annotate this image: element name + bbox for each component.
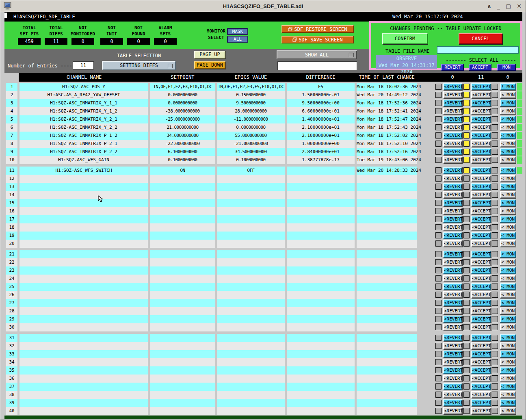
accept-button[interactable]: <ACCEPT (471, 267, 491, 274)
accept-button[interactable]: <ACCEPT (471, 391, 491, 398)
mon-checkbox[interactable] (492, 367, 498, 373)
select-all-mon-button[interactable]: MON (497, 64, 516, 71)
revert-button[interactable]: <REVERT (443, 216, 462, 223)
mon-button[interactable]: < MON (500, 375, 516, 382)
accept-checkbox[interactable] (463, 275, 470, 281)
accept-button[interactable]: <ACCEPT (471, 375, 491, 382)
table-selection-dropdown[interactable]: SETTING DIFFS (102, 61, 176, 70)
mon-button[interactable]: < MON (500, 124, 516, 131)
mon-checkbox[interactable] (492, 308, 498, 314)
accept-button[interactable]: <ACCEPT (471, 175, 491, 182)
accept-checkbox[interactable] (463, 408, 470, 414)
accept-button[interactable]: <ACCEPT (471, 216, 491, 223)
accept-checkbox[interactable] (463, 240, 470, 247)
revert-checkbox[interactable] (435, 132, 442, 139)
accept-checkbox[interactable] (463, 216, 470, 222)
accept-button[interactable]: <ACCEPT (471, 259, 491, 266)
accept-checkbox[interactable] (463, 259, 470, 265)
revert-checkbox[interactable] (435, 408, 442, 414)
accept-checkbox[interactable] (463, 208, 470, 214)
mon-button[interactable]: < MON (500, 148, 516, 155)
mon-checkbox[interactable] (492, 124, 498, 130)
mon-button[interactable]: < MON (500, 132, 516, 139)
revert-checkbox[interactable] (435, 267, 442, 273)
accept-checkbox[interactable] (463, 84, 470, 90)
revert-button[interactable]: <REVERT (443, 324, 462, 331)
revert-checkbox[interactable] (435, 275, 442, 281)
mon-checkbox[interactable] (492, 141, 498, 147)
revert-checkbox[interactable] (435, 192, 442, 198)
accept-button[interactable]: <ACCEPT (471, 156, 491, 163)
accept-checkbox[interactable] (463, 308, 470, 314)
revert-checkbox[interactable] (435, 200, 442, 206)
revert-button[interactable]: <REVERT (443, 191, 462, 198)
revert-button[interactable]: <REVERT (443, 240, 462, 247)
mon-button[interactable]: < MON (500, 108, 516, 115)
all-button[interactable]: ALL (227, 36, 248, 43)
accept-checkbox[interactable] (463, 124, 470, 130)
revert-button[interactable]: <REVERT (443, 208, 462, 214)
mon-button[interactable]: < MON (500, 391, 516, 398)
mon-checkbox[interactable] (492, 192, 498, 198)
accept-checkbox[interactable] (463, 316, 470, 322)
revert-button[interactable]: <REVERT (443, 251, 462, 258)
mon-checkbox[interactable] (492, 216, 498, 222)
revert-checkbox[interactable] (435, 108, 442, 114)
accept-checkbox[interactable] (463, 108, 470, 114)
mon-button[interactable]: < MON (500, 140, 516, 147)
mon-button[interactable]: < MON (500, 351, 516, 357)
accept-checkbox[interactable] (463, 232, 470, 238)
revert-button[interactable]: <REVERT (443, 259, 462, 266)
mon-checkbox[interactable] (492, 200, 498, 206)
accept-button[interactable]: <ACCEPT (471, 116, 491, 123)
accept-checkbox[interactable] (463, 116, 470, 122)
sdf-save-screen-button[interactable]: SDF SAVE SCREEN (281, 36, 354, 43)
revert-checkbox[interactable] (435, 351, 442, 357)
accept-button[interactable]: <ACCEPT (471, 140, 491, 147)
revert-checkbox[interactable] (435, 259, 442, 265)
revert-checkbox[interactable] (435, 292, 442, 298)
revert-checkbox[interactable] (435, 175, 442, 182)
mon-button[interactable]: < MON (500, 275, 516, 282)
accept-button[interactable]: <ACCEPT (471, 316, 491, 323)
revert-button[interactable]: <REVERT (443, 124, 462, 131)
revert-button[interactable]: <REVERT (443, 148, 462, 155)
mon-checkbox[interactable] (492, 232, 498, 238)
accept-button[interactable]: <ACCEPT (471, 132, 491, 139)
mon-checkbox[interactable] (492, 275, 498, 281)
revert-button[interactable]: <REVERT (443, 383, 462, 390)
accept-checkbox[interactable] (463, 392, 470, 398)
revert-checkbox[interactable] (435, 141, 442, 147)
mon-checkbox[interactable] (492, 351, 498, 357)
accept-checkbox[interactable] (463, 375, 470, 381)
mon-checkbox[interactable] (492, 175, 498, 182)
mon-checkbox[interactable] (492, 259, 498, 265)
mon-button[interactable]: < MON (500, 259, 516, 266)
sdf-restore-screen-button[interactable]: SDF RESTORE SCREEN (281, 25, 354, 33)
accept-button[interactable]: <ACCEPT (471, 232, 491, 239)
page-down-button[interactable]: PAGE DOWN (194, 61, 225, 69)
revert-button[interactable]: <REVERT (443, 375, 462, 382)
mon-checkbox[interactable] (492, 343, 498, 349)
page-up-button[interactable]: PAGE UP (194, 51, 225, 58)
mon-checkbox[interactable] (492, 108, 498, 114)
close-button[interactable]: ✕ (517, 3, 522, 9)
revert-button[interactable]: <REVERT (443, 399, 462, 406)
revert-checkbox[interactable] (435, 359, 442, 365)
revert-button[interactable]: <REVERT (443, 224, 462, 231)
mon-checkbox[interactable] (492, 383, 498, 390)
revert-checkbox[interactable] (435, 208, 442, 214)
revert-button[interactable]: <REVERT (443, 316, 462, 323)
revert-checkbox[interactable] (435, 124, 442, 130)
mon-button[interactable]: < MON (500, 283, 516, 290)
accept-button[interactable]: <ACCEPT (471, 108, 491, 115)
revert-checkbox[interactable] (435, 100, 442, 106)
mon-button[interactable]: < MON (500, 167, 516, 174)
accept-checkbox[interactable] (463, 149, 470, 155)
mon-checkbox[interactable] (492, 149, 498, 155)
accept-checkbox[interactable] (463, 200, 470, 206)
revert-checkbox[interactable] (435, 392, 442, 398)
mon-checkbox[interactable] (492, 240, 498, 247)
revert-button[interactable]: <REVERT (443, 108, 462, 115)
accept-checkbox[interactable] (463, 400, 470, 406)
